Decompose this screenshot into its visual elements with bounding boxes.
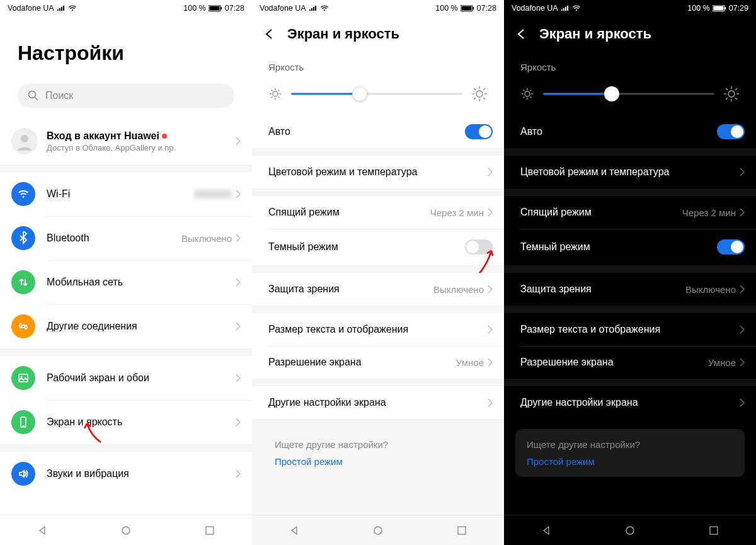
resolution-row[interactable]: Разрешение экрана Умное — [504, 346, 756, 379]
nav-back[interactable] — [539, 524, 553, 537]
eye-comfort-row[interactable]: Защита зрения Выключено — [504, 273, 756, 306]
svg-point-24 — [476, 91, 483, 97]
sleep-row[interactable]: Спящий режим Через 2 мин — [504, 196, 756, 229]
wifi-value-blurred — [194, 190, 232, 198]
sleep-row[interactable]: Спящий режим Через 2 мин — [252, 196, 504, 229]
bluetooth-icon — [11, 226, 35, 250]
nav-recent[interactable] — [455, 524, 469, 537]
eye-comfort-row[interactable]: Защита зрения Выключено — [252, 273, 504, 306]
svg-point-47 — [728, 91, 735, 97]
svg-line-53 — [735, 98, 737, 100]
svg-point-10 — [122, 527, 130, 534]
simple-mode-link[interactable]: Простой режим — [275, 456, 481, 467]
other-conn-label: Другие соединения — [47, 321, 236, 332]
svg-rect-14 — [472, 7, 474, 9]
wifi-icon — [572, 5, 581, 11]
chevron-right-icon — [740, 285, 745, 294]
dark-mode-row[interactable]: Темный режим — [504, 229, 756, 265]
chevron-right-icon — [488, 398, 493, 407]
display-settings-light: Vodafone UA 100 % 07:28 Экран и яркость … — [252, 0, 504, 545]
other-conn-row[interactable]: Другие соединения — [0, 304, 252, 348]
svg-line-45 — [524, 97, 525, 98]
chevron-right-icon — [740, 168, 745, 176]
wifi-icon — [320, 5, 329, 11]
search-input[interactable]: Поиск — [18, 84, 234, 108]
color-mode-row[interactable]: Цветовой режим и температура — [252, 156, 504, 188]
sound-row[interactable]: Звуки и вибрация — [0, 452, 252, 496]
mobile-row[interactable]: Мобильная сеть — [0, 260, 252, 304]
nav-back[interactable] — [287, 524, 301, 537]
svg-rect-11 — [206, 527, 214, 534]
nav-home[interactable] — [623, 524, 637, 537]
svg-rect-34 — [458, 527, 466, 534]
nav-back[interactable] — [35, 524, 49, 537]
display-settings-dark: Vodafone UA 100 % 07:29 Экран и яркость … — [504, 0, 756, 545]
wifi-row[interactable]: Wi-Fi — [0, 172, 252, 216]
nav-recent[interactable] — [707, 524, 721, 537]
bluetooth-row[interactable]: Bluetooth Выключено — [0, 216, 252, 260]
time-label: 07:28 — [225, 4, 244, 13]
auto-brightness-row[interactable]: Авто — [252, 115, 504, 148]
nav-home[interactable] — [371, 524, 385, 537]
back-button[interactable] — [513, 25, 530, 43]
settings-screen: Vodafone UA 100 % 07:28 Настройки Поиск … — [0, 0, 252, 545]
battery-icon — [209, 5, 222, 12]
other-display-row[interactable]: Другие настройки экрана — [252, 386, 504, 419]
nav-home[interactable] — [119, 524, 133, 537]
auto-brightness-row[interactable]: Авто — [504, 115, 756, 148]
nav-bar — [504, 515, 756, 545]
chevron-right-icon — [740, 208, 745, 217]
color-mode-row[interactable]: Цветовой режим и температура — [504, 156, 756, 188]
dark-mode-switch[interactable] — [717, 239, 745, 255]
header: Экран и яркость — [504, 16, 756, 52]
home-wallpaper-row[interactable]: Рабочий экран и обои — [0, 356, 252, 400]
display-brightness-row[interactable]: Экран и яркость — [0, 400, 252, 444]
svg-rect-57 — [710, 527, 718, 534]
svg-line-21 — [278, 97, 280, 98]
resolution-row[interactable]: Разрешение экрана Умное — [252, 346, 504, 379]
chevron-right-icon — [488, 325, 493, 334]
phone-icon — [11, 410, 35, 434]
svg-line-30 — [483, 98, 485, 100]
signal-icon — [309, 5, 318, 11]
nav-bar — [0, 515, 252, 545]
svg-line-22 — [272, 97, 273, 98]
brightness-slider[interactable] — [291, 85, 462, 103]
other-display-row[interactable]: Другие настройки экрана — [504, 386, 756, 419]
svg-rect-36 — [713, 6, 723, 10]
chevron-right-icon — [236, 137, 241, 146]
auto-switch[interactable] — [717, 124, 745, 139]
chevron-right-icon — [740, 358, 745, 367]
svg-rect-2 — [220, 7, 222, 9]
chevron-right-icon — [236, 278, 241, 287]
wifi-circle-icon — [11, 182, 35, 206]
huawei-account-row[interactable]: Вход в аккаунт Huawei Доступ в Облако, A… — [0, 118, 252, 164]
nav-recent[interactable] — [203, 524, 217, 537]
sun-high-icon — [723, 86, 740, 102]
text-size-row[interactable]: Размер текста и отображения — [504, 313, 756, 346]
status-bar: Vodafone UA 100 % 07:29 — [504, 0, 756, 16]
carrier-label: Vodafone UA — [8, 4, 54, 13]
chevron-right-icon — [236, 418, 241, 427]
signal-icon — [57, 5, 66, 11]
svg-point-33 — [374, 527, 382, 534]
simple-mode-link[interactable]: Простой режим — [527, 456, 733, 467]
account-sub: Доступ в Облако, AppGallery и пр. — [47, 143, 236, 152]
bluetooth-label: Bluetooth — [47, 232, 181, 244]
home-wall-label: Рабочий экран и обои — [47, 372, 236, 384]
svg-line-52 — [726, 88, 728, 90]
text-size-row[interactable]: Размер текста и отображения — [252, 313, 504, 346]
back-button[interactable] — [261, 25, 278, 43]
status-bar: Vodafone UA 100 % 07:28 — [252, 0, 504, 16]
svg-point-5 — [21, 135, 28, 142]
brightness-slider[interactable] — [543, 85, 714, 103]
svg-line-55 — [735, 88, 737, 90]
bluetooth-value: Выключено — [181, 233, 232, 244]
dark-mode-row[interactable]: Темный режим — [252, 229, 504, 265]
svg-rect-1 — [209, 6, 219, 10]
auto-switch[interactable] — [465, 124, 493, 139]
svg-line-43 — [524, 90, 525, 91]
svg-rect-6 — [19, 374, 28, 382]
dark-mode-switch[interactable] — [465, 239, 493, 255]
chevron-right-icon — [236, 234, 241, 243]
